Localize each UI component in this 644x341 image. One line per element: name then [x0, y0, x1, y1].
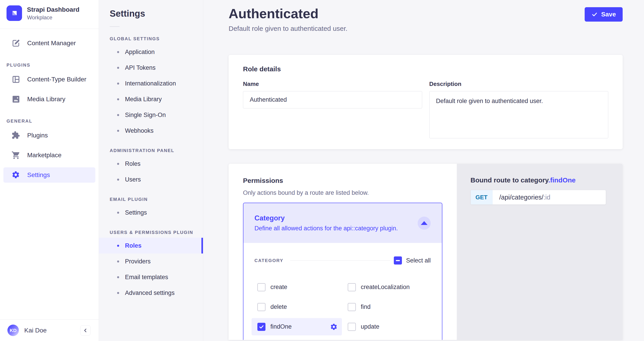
sidebar-item-label: Plugins: [27, 132, 48, 139]
bullet-icon: [117, 179, 119, 181]
subnav-item-admin-roles[interactable]: Roles: [99, 156, 203, 172]
description-textarea[interactable]: Default role given to authenticated user…: [429, 91, 608, 138]
category-group-label: CATEGORY: [254, 258, 284, 263]
subnav-item-internationalization[interactable]: Internationalization: [99, 76, 203, 91]
select-all-checkbox[interactable]: [394, 256, 402, 264]
bullet-icon: [117, 260, 119, 262]
delete-checkbox[interactable]: [258, 303, 266, 311]
category-accordion: Category Define all allowed actions for …: [243, 203, 442, 340]
createlocalization-checkbox[interactable]: [348, 283, 356, 291]
subnav-item-up-roles[interactable]: Roles: [99, 238, 203, 253]
permissions-grid: create createLocalization delete fi: [252, 278, 431, 335]
subnav-item-label: Advanced settings: [125, 289, 175, 296]
subnav-group-email-plugin: EMAIL PLUGIN: [110, 197, 203, 202]
findone-settings-button[interactable]: [330, 323, 338, 331]
subnav-item-media-library[interactable]: Media Library: [99, 91, 203, 107]
find-checkbox[interactable]: [348, 303, 356, 311]
route-path-main: /api/categories/: [499, 194, 544, 201]
sidebar-item-plugins[interactable]: Plugins: [3, 128, 95, 143]
sidebar-item-content-type-builder[interactable]: Content-Type Builder: [3, 72, 95, 87]
subnav-item-application[interactable]: Application: [99, 44, 203, 60]
category-accordion-header[interactable]: Category Define all allowed actions for …: [244, 203, 442, 243]
subnav-item-label: Roles: [125, 160, 140, 167]
permissions-card: Permissions Only actions bound by a rout…: [228, 164, 457, 340]
image-icon: [12, 95, 20, 104]
cog-icon: [330, 323, 338, 331]
subnav-group-users-permissions-plugin: USERS & PERMISSIONS PLUGIN: [110, 230, 203, 235]
save-button[interactable]: Save: [585, 7, 623, 22]
description-field-group: Description Default role given to authen…: [429, 81, 608, 138]
subnav-item-single-sign-on[interactable]: Single Sign-On: [99, 107, 203, 123]
bullet-icon: [117, 276, 119, 278]
subnav-item-label: Settings: [125, 209, 147, 216]
app-title: Strapi Dashboard: [27, 6, 79, 14]
bound-route-target: category: [520, 176, 548, 184]
minus-icon: [396, 260, 400, 261]
divider-line: [290, 260, 390, 261]
sidebar-section-plugins: PLUGINS: [6, 63, 95, 68]
bullet-icon: [117, 212, 119, 214]
subnav-group-administration-panel: ADMINISTRATION PANEL: [110, 148, 203, 153]
bound-route-title-prefix: Bound route to: [470, 176, 520, 184]
permission-row-delete: delete: [252, 298, 342, 315]
subnav-item-admin-users[interactable]: Users: [99, 172, 203, 187]
bullet-icon: [117, 292, 119, 294]
accordion-collapse-button[interactable]: [418, 217, 431, 230]
sidebar-item-content-manager[interactable]: Content Manager: [3, 36, 95, 51]
bullet-icon: [117, 130, 119, 132]
subnav-item-label: Roles: [125, 242, 142, 249]
subnav-item-email-templates[interactable]: Email templates: [99, 269, 203, 285]
subnav-item-api-tokens[interactable]: API Tokens: [99, 60, 203, 76]
checkbox-label: update: [361, 323, 380, 330]
sidebar-item-label: Settings: [27, 171, 50, 179]
subnav-item-label: Media Library: [125, 96, 162, 103]
subnav-item-providers[interactable]: Providers: [99, 253, 203, 269]
findone-checkbox[interactable]: [258, 323, 266, 331]
subnav-item-advanced-settings[interactable]: Advanced settings: [99, 285, 203, 301]
strapi-logo-icon: [6, 6, 22, 21]
permission-row-update: update: [342, 318, 432, 335]
name-input[interactable]: Authenticated: [243, 91, 422, 108]
subnav-item-email-settings[interactable]: Settings: [99, 205, 203, 220]
bound-route-action: .findOne: [548, 176, 576, 184]
sidebar-item-marketplace[interactable]: Marketplace: [3, 148, 95, 163]
sidebar-item-label: Content Manager: [27, 40, 76, 47]
bullet-icon: [117, 67, 119, 69]
save-button-label: Save: [601, 11, 616, 18]
workspace-switcher[interactable]: Strapi Dashboard Workplace: [0, 0, 99, 29]
user-name: Kai Doe: [24, 327, 47, 334]
permission-row-find: find: [342, 298, 432, 315]
update-checkbox[interactable]: [348, 323, 356, 331]
workspace-info: Strapi Dashboard Workplace: [27, 6, 79, 21]
pen-feather-icon: [12, 39, 20, 48]
main-sidebar: Strapi Dashboard Workplace Content Manag…: [0, 0, 99, 341]
subnav-item-label: Email templates: [125, 274, 168, 281]
subnav-item-label: API Tokens: [125, 64, 156, 71]
subnav-item-webhooks[interactable]: Webhooks: [99, 123, 203, 139]
sidebar-item-media-library[interactable]: Media Library: [3, 92, 95, 107]
avatar[interactable]: KD: [8, 324, 19, 336]
collapse-sidebar-button[interactable]: [80, 325, 90, 335]
http-method-badge: GET: [471, 190, 492, 204]
workspace-name: Workplace: [27, 15, 79, 21]
sidebar-nav: Content Manager PLUGINS Content-Type Bui…: [0, 29, 99, 319]
gear-icon: [12, 171, 20, 179]
sidebar-item-settings[interactable]: Settings: [3, 167, 95, 183]
category-accordion-title: Category: [254, 214, 398, 222]
sidebar-item-label: Media Library: [27, 96, 66, 103]
route-path-param: :id: [544, 194, 550, 201]
subnav-item-label: Single Sign-On: [125, 112, 166, 119]
bullet-icon: [117, 245, 119, 247]
select-all-control[interactable]: Select all: [394, 256, 431, 264]
create-checkbox[interactable]: [258, 283, 266, 291]
permission-row-createlocalization: createLocalization: [342, 278, 432, 296]
checkbox-label: delete: [270, 303, 287, 310]
category-accordion-body: CATEGORY Select all create: [244, 243, 442, 340]
select-all-label: Select all: [406, 257, 431, 264]
bullet-icon: [117, 98, 119, 100]
description-label: Description: [429, 81, 608, 88]
bullet-icon: [117, 114, 119, 116]
checkbox-label: find: [361, 303, 371, 310]
role-details-fields: Name Authenticated Description Default r…: [243, 81, 608, 138]
puzzle-icon: [12, 131, 20, 140]
